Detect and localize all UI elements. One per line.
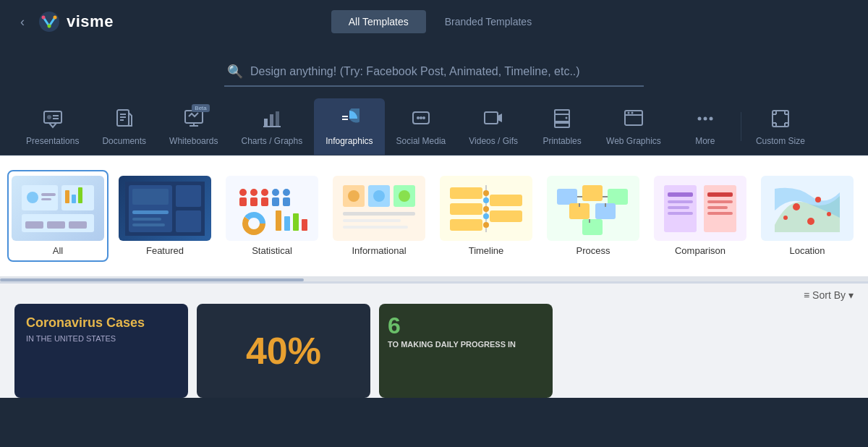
- template-card-progress[interactable]: 6 TO MAKING DAILY PROGRESS IN: [379, 304, 553, 398]
- subcat-all[interactable]: All: [7, 170, 109, 262]
- cat-printables[interactable]: Printables: [529, 98, 595, 155]
- search-input[interactable]: [250, 65, 641, 78]
- svg-rect-97: [707, 200, 733, 203]
- cat-presentations[interactable]: Presentations: [14, 98, 90, 155]
- svg-point-50: [250, 189, 258, 196]
- cat-charts-label: Charts / Graphs: [241, 136, 302, 146]
- informational-preview-svg: [339, 182, 419, 236]
- cat-custom-label: Custom Size: [756, 136, 805, 146]
- svg-rect-85: [582, 185, 603, 201]
- comparison-preview-svg: [660, 182, 740, 236]
- cat-charts-graphs[interactable]: Charts / Graphs: [229, 98, 314, 155]
- template-card-covid[interactable]: Coronavirus Cases IN THE UNITED STATES: [14, 304, 188, 398]
- subcat-timeline[interactable]: Timeline: [435, 170, 537, 262]
- subcat-location-thumb: [761, 176, 854, 241]
- svg-point-0: [39, 12, 59, 32]
- svg-point-1: [42, 16, 46, 20]
- svg-rect-18: [555, 110, 569, 114]
- svg-rect-95: [668, 212, 693, 215]
- cat-more-label: More: [695, 136, 715, 146]
- svg-rect-10: [276, 111, 279, 126]
- categories-nav: Presentations Documents Beta Whiteboards…: [0, 98, 868, 156]
- subcat-featured-thumb: [119, 176, 211, 241]
- svg-point-31: [27, 192, 38, 203]
- featured-preview-svg: [125, 182, 205, 236]
- subcat-comparison[interactable]: Comparison: [650, 170, 751, 262]
- subcat-featured[interactable]: Featured: [114, 170, 216, 262]
- subcat-comparison-thumb: [654, 176, 746, 241]
- subcat-process[interactable]: Process: [542, 170, 644, 262]
- subcategory-scroll: All Featured: [0, 156, 868, 278]
- subcategory-section: All Featured: [0, 156, 868, 284]
- custom-size-icon: [767, 106, 793, 132]
- svg-rect-8: [264, 119, 268, 126]
- subcat-location[interactable]: Location: [757, 170, 858, 262]
- svg-rect-53: [261, 197, 268, 206]
- svg-rect-62: [293, 213, 299, 231]
- svg-rect-75: [450, 203, 482, 215]
- svg-point-16: [420, 116, 422, 119]
- location-preview-svg: [767, 182, 847, 236]
- svg-rect-7: [185, 111, 203, 123]
- svg-point-52: [261, 189, 268, 196]
- svg-point-54: [272, 189, 279, 196]
- subcat-timeline-thumb: [440, 176, 532, 241]
- cat-social-media[interactable]: Social Media: [385, 98, 458, 155]
- svg-rect-32: [41, 193, 56, 196]
- subcat-informational[interactable]: Informational: [328, 170, 430, 262]
- svg-point-102: [827, 212, 831, 216]
- svg-point-20: [566, 117, 568, 119]
- svg-point-2: [54, 16, 57, 20]
- cat-infographics[interactable]: Infographics: [314, 98, 384, 155]
- all-templates-tab[interactable]: All Templates: [331, 10, 426, 33]
- svg-rect-96: [707, 192, 733, 197]
- svg-point-3: [48, 25, 51, 28]
- svg-rect-99: [707, 212, 733, 215]
- svg-point-83: [483, 213, 489, 219]
- svg-rect-84: [557, 189, 577, 205]
- cat-whiteboards[interactable]: Beta Whiteboards: [158, 98, 229, 155]
- subcat-hierarchical[interactable]: Hiera...: [864, 170, 868, 262]
- cat-web-graphics[interactable]: Web Graphics: [595, 98, 673, 155]
- scroll-indicator: [0, 278, 868, 281]
- branded-templates-tab[interactable]: Branded Templates: [427, 10, 549, 33]
- timeline-preview-svg: [446, 182, 526, 236]
- progress-number: 6: [388, 312, 544, 339]
- svg-rect-12: [342, 119, 348, 120]
- svg-point-69: [399, 190, 410, 202]
- cat-more[interactable]: More: [673, 98, 738, 155]
- svg-point-68: [373, 190, 385, 202]
- template-card-forty[interactable]: 40%: [197, 304, 370, 398]
- svg-rect-78: [490, 210, 522, 222]
- back-button[interactable]: ‹: [14, 12, 30, 33]
- svg-point-100: [793, 203, 800, 210]
- svg-point-101: [815, 197, 821, 203]
- cat-documents[interactable]: Documents: [90, 98, 158, 155]
- svg-rect-49: [239, 197, 247, 206]
- cat-documents-label: Documents: [102, 136, 146, 146]
- svg-point-48: [239, 189, 247, 196]
- svg-rect-55: [272, 197, 279, 206]
- svg-point-103: [807, 218, 814, 225]
- process-preview-svg: [553, 182, 633, 236]
- svg-rect-47: [132, 189, 169, 205]
- svg-point-24: [697, 117, 701, 121]
- svg-rect-34: [65, 190, 69, 203]
- statistical-preview-svg: [232, 182, 312, 236]
- svg-point-23: [631, 112, 633, 114]
- svg-rect-94: [668, 206, 689, 209]
- subcat-location-label: Location: [789, 245, 825, 256]
- sort-button[interactable]: ≡ Sort By ▾: [804, 289, 854, 301]
- cat-videos-label: Videos / Gifs: [469, 136, 518, 146]
- svg-rect-92: [668, 192, 693, 197]
- svg-rect-44: [132, 210, 169, 214]
- presentation-icon: [40, 106, 66, 132]
- svg-rect-61: [284, 216, 290, 231]
- forty-percent: 40%: [246, 329, 321, 372]
- cat-custom-size[interactable]: Custom Size: [744, 98, 817, 155]
- cat-videos-gifs[interactable]: Videos / Gifs: [457, 98, 529, 155]
- scroll-thumb: [0, 278, 304, 281]
- search-icon: 🔍: [227, 64, 243, 80]
- svg-rect-36: [78, 187, 82, 203]
- subcat-statistical[interactable]: Statistical: [221, 170, 323, 262]
